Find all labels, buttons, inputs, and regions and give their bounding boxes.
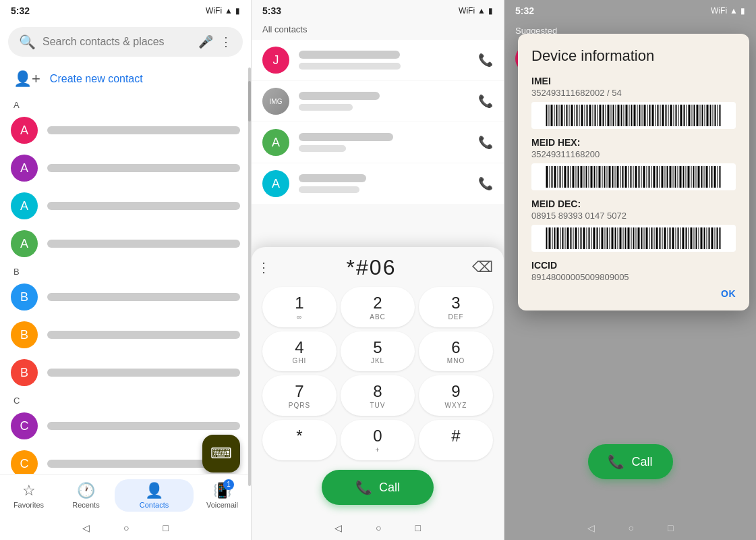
avatar: C [11, 450, 38, 477]
contact-sub-blur [299, 63, 401, 70]
contact-sub-blur [299, 145, 346, 152]
wifi-icon-3: WiFi [711, 6, 727, 16]
nav-voicemail-label: Voicemail [206, 501, 238, 509]
dialer-num-2: 2 [373, 294, 382, 313]
svg-rect-172 [644, 227, 645, 249]
dialer-key-2[interactable]: 2 ABC [341, 287, 415, 327]
home-button-3[interactable]: ○ [629, 522, 634, 533]
dialer-key-7[interactable]: 7 PQRS [262, 375, 337, 416]
signal-icon-1: ▲ [225, 6, 233, 16]
svg-rect-90 [604, 166, 606, 188]
contact-name-blur [47, 369, 240, 377]
svg-rect-100 [631, 166, 632, 188]
call-icon[interactable]: 📞 [478, 176, 493, 191]
svg-rect-192 [696, 227, 697, 249]
dialog-ok-row: OK [531, 288, 736, 300]
list-item[interactable]: B [0, 354, 251, 392]
svg-rect-154 [597, 227, 598, 249]
call-icon[interactable]: 📞 [478, 53, 493, 68]
dialog-title: Device information [531, 47, 736, 65]
back-button-1[interactable]: ◁ [82, 522, 90, 533]
svg-rect-41 [652, 105, 654, 126]
gesture-bar-1: ◁ ○ □ [0, 516, 251, 540]
dialer-key-4[interactable]: 4 GHI [262, 331, 337, 372]
list-item[interactable]: A [0, 149, 251, 187]
dialer-key-1[interactable]: 1 ∞ [262, 287, 337, 327]
dialer-key-0[interactable]: 0 + [341, 420, 415, 460]
dialer-num-8: 8 [373, 382, 382, 402]
nav-voicemail[interactable]: 📳 1 Voicemail [194, 482, 251, 509]
back-button-2[interactable]: ◁ [335, 522, 342, 533]
list-item[interactable]: A 📞 [252, 163, 504, 204]
svg-rect-30 [624, 105, 624, 126]
list-item[interactable]: J 📞 [252, 40, 504, 80]
meid-hex-barcode [531, 163, 736, 190]
svg-rect-40 [649, 105, 651, 126]
avatar: A [262, 170, 289, 197]
svg-rect-21 [600, 105, 602, 126]
svg-rect-148 [581, 227, 582, 249]
home-button-1[interactable]: ○ [123, 522, 129, 533]
svg-rect-102 [635, 166, 637, 188]
list-item[interactable]: A [0, 111, 251, 149]
dialer-more-icon[interactable]: ⋮ [257, 259, 270, 275]
dialer-key-5[interactable]: 5 JKL [341, 331, 415, 372]
list-item[interactable]: A [0, 225, 251, 263]
device-info-panel: 5:32 WiFi ▲ ▮ Suggested C Clinic Device … [504, 0, 756, 540]
svg-rect-25 [611, 105, 612, 126]
imei-value: 352493111682002 / 54 [531, 88, 736, 98]
dialer-backspace-icon[interactable]: ⌫ [472, 259, 493, 276]
svg-rect-174 [649, 227, 650, 249]
meid-hex-barcode-svg [535, 166, 732, 188]
svg-rect-4 [556, 105, 558, 126]
dialer-num-5: 5 [373, 338, 382, 358]
dialer-key-9[interactable]: 9 WXYZ [419, 375, 493, 416]
svg-rect-162 [618, 227, 618, 249]
status-time-3: 5:32 [515, 5, 534, 16]
list-item[interactable]: A [0, 187, 251, 225]
svg-rect-31 [626, 105, 628, 126]
svg-rect-0 [546, 105, 548, 126]
recents-button-2[interactable]: □ [415, 522, 421, 533]
svg-rect-39 [647, 105, 648, 126]
contacts-scroll[interactable]: A A A A A B B B B C [0, 96, 251, 483]
call-icon[interactable]: 📞 [478, 94, 493, 109]
call-icon[interactable]: 📞 [478, 135, 493, 150]
list-item[interactable]: B [0, 278, 251, 316]
recents-icon: 🕐 [77, 482, 95, 500]
svg-rect-97 [622, 166, 624, 188]
recents-button-1[interactable]: □ [163, 522, 169, 533]
dialer-key-star[interactable]: * [262, 420, 337, 460]
dialer-key-6[interactable]: 6 MNO [419, 331, 493, 372]
svg-rect-193 [699, 227, 699, 249]
dialpad-fab[interactable]: ⌨ [202, 435, 240, 473]
dialer-key-3[interactable]: 3 DEF [419, 287, 493, 327]
home-button-2[interactable]: ○ [376, 522, 381, 533]
create-contact-button[interactable]: 👤+ Create new contact [0, 62, 251, 96]
nav-recents[interactable]: 🕐 Recents [57, 482, 115, 509]
nav-favorites[interactable]: ☆ Favorites [0, 482, 57, 509]
list-item[interactable]: IMG 📞 [252, 81, 504, 122]
list-item[interactable]: B [0, 316, 251, 354]
mic-icon[interactable]: 🎤 [198, 34, 213, 49]
svg-rect-187 [682, 227, 685, 249]
dialer-key-8[interactable]: 8 TUV [341, 375, 415, 416]
wifi-icon-2: WiFi [459, 6, 475, 16]
svg-rect-158 [607, 227, 608, 249]
nav-contacts[interactable]: 👤 Contacts [115, 479, 194, 512]
dialog-ok-button[interactable]: OK [721, 288, 736, 299]
contact-name-blur [47, 126, 240, 134]
more-options-icon[interactable]: ⋮ [220, 34, 232, 49]
svg-rect-2 [551, 105, 553, 126]
call-button[interactable]: 📞 Call [322, 470, 434, 505]
svg-rect-22 [603, 105, 604, 126]
wifi-icon-1: WiFi [206, 6, 222, 16]
dialer-key-hash[interactable]: # [419, 420, 493, 460]
svg-rect-70 [552, 166, 553, 188]
back-button-3[interactable]: ◁ [587, 522, 595, 533]
search-bar[interactable]: 🔍 Search contacts & places 🎤 ⋮ [8, 27, 243, 57]
contact-name-blur [299, 92, 380, 100]
recents-button-3[interactable]: □ [668, 522, 673, 533]
panel3-call-button[interactable]: 📞 Call [587, 444, 672, 479]
list-item[interactable]: A 📞 [252, 122, 504, 163]
